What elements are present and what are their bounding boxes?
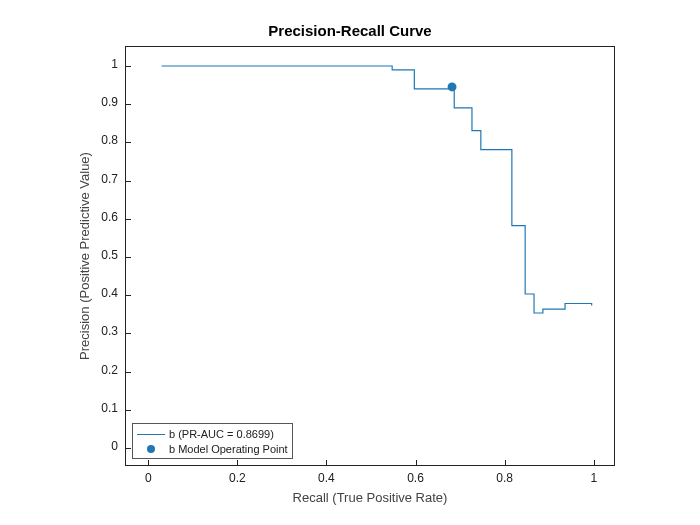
y-axis-label: Precision (Positive Predictive Value)	[77, 146, 92, 366]
legend-line-icon	[137, 427, 165, 441]
x-tick-label: 0.6	[407, 471, 424, 485]
y-tick-label: 0.1	[101, 401, 118, 415]
y-tick-label: 0.2	[101, 363, 118, 377]
y-tick-mark	[126, 257, 131, 258]
x-tick-mark	[416, 460, 417, 465]
chart-title: Precision-Recall Curve	[0, 22, 700, 39]
legend-label: b (PR-AUC = 0.8699)	[169, 428, 274, 440]
legend: b (PR-AUC = 0.8699)b Model Operating Poi…	[132, 423, 293, 459]
pr-curve-svg	[126, 47, 614, 465]
y-tick-label: 0.7	[101, 172, 118, 186]
y-tick-mark	[126, 448, 131, 449]
y-tick-label: 0.3	[101, 324, 118, 338]
pr-curve-line	[162, 66, 592, 313]
plot-area: 00.20.40.60.8100.10.20.30.40.50.60.70.80…	[125, 46, 615, 466]
legend-marker-icon	[137, 442, 165, 456]
operating-point-marker	[448, 82, 457, 91]
x-tick-label: 0.2	[229, 471, 246, 485]
y-tick-mark	[126, 410, 131, 411]
y-tick-label: 0.9	[101, 95, 118, 109]
y-tick-label: 0.6	[101, 210, 118, 224]
x-axis-label: Recall (True Positive Rate)	[125, 490, 615, 505]
y-tick-mark	[126, 142, 131, 143]
x-tick-label: 0.8	[496, 471, 513, 485]
legend-item: b Model Operating Point	[137, 441, 288, 456]
x-tick-mark	[326, 460, 327, 465]
y-tick-label: 0.8	[101, 133, 118, 147]
y-tick-label: 0.4	[101, 286, 118, 300]
figure: { "chart_data": { "type": "line", "title…	[0, 0, 700, 525]
legend-label: b Model Operating Point	[169, 443, 288, 455]
y-tick-mark	[126, 66, 131, 67]
y-tick-mark	[126, 219, 131, 220]
x-tick-label: 1	[590, 471, 597, 485]
y-tick-mark	[126, 295, 131, 296]
y-tick-mark	[126, 333, 131, 334]
y-tick-label: 1	[111, 57, 118, 71]
legend-item: b (PR-AUC = 0.8699)	[137, 426, 288, 441]
x-tick-mark	[505, 460, 506, 465]
y-tick-label: 0	[111, 439, 118, 453]
x-tick-label: 0	[145, 471, 152, 485]
y-tick-mark	[126, 372, 131, 373]
y-tick-mark	[126, 104, 131, 105]
y-tick-mark	[126, 181, 131, 182]
x-tick-label: 0.4	[318, 471, 335, 485]
x-tick-mark	[148, 460, 149, 465]
x-tick-mark	[237, 460, 238, 465]
x-tick-mark	[594, 460, 595, 465]
y-tick-label: 0.5	[101, 248, 118, 262]
